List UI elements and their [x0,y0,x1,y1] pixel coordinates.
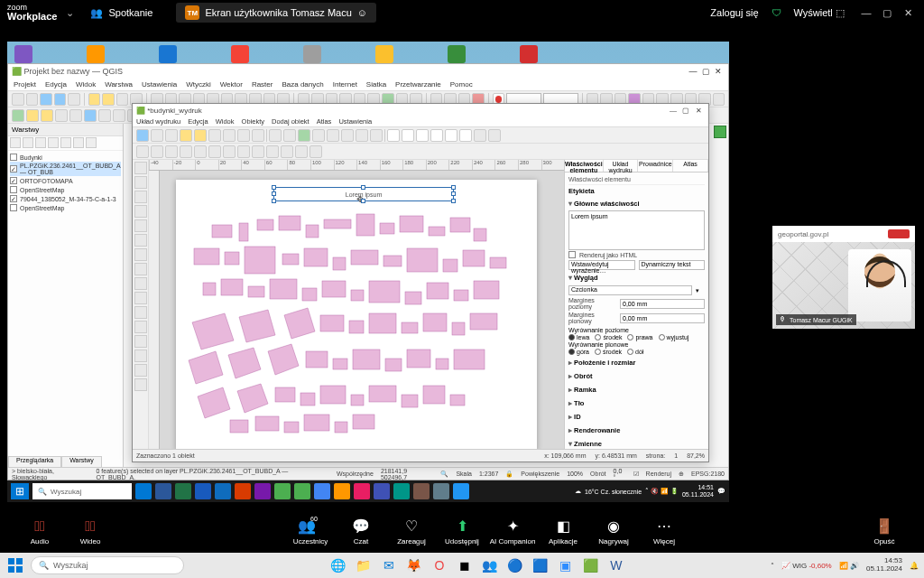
taskbar-search[interactable]: 🔍 Wyszukaj [31,556,184,574]
host-taskbar[interactable]: 🔍 Wyszukaj 🌐 📁 ✉ 🦊 O ◼ 👥 🔵 🟦 ▣ 🟩 W ˄ 📈 W… [0,553,924,578]
video-button[interactable]: 📷⃠Wideo [65,517,116,545]
svg-rect-12 [194,248,219,265]
meeting-button[interactable]: 👥 Spotkanie [90,7,152,19]
svg-rect-26 [248,286,264,297]
qgis-menu-bar[interactable]: ProjektEdycjaWidok WarstwaUstawieniaWtyc… [8,79,728,91]
section-appearance[interactable]: Wygląd [568,271,705,284]
start-button[interactable]: ⊞ [11,483,29,499]
svg-rect-75 [16,566,23,573]
taskbar-search[interactable]: 🔍 Wyszukaj [32,483,132,499]
more-button[interactable]: ⋯Więcej [639,517,689,545]
qgis-icon: 🟩 [12,67,22,76]
apps-button[interactable]: ◧Aplikacje [538,517,588,545]
svg-rect-51 [353,350,380,369]
layer-item: OpenStreetMap [10,203,121,212]
label-text-input[interactable]: Lorem ipsum [568,210,705,250]
shield-icon[interactable]: 🛡 [772,7,781,18]
start-button[interactable] [5,555,25,575]
maximize-icon[interactable]: ▢ [699,67,712,76]
layout-canvas[interactable]: -40-200 204060 80100120 140160180 200220… [149,160,564,449]
notifications-icon[interactable]: 🔔 [910,562,919,570]
halign-radios[interactable]: lewa środek prawa wyjustuj [568,333,705,341]
svg-rect-62 [369,386,396,402]
react-button[interactable]: ♡Zareaguj [386,517,437,545]
layout-toolbar-2[interactable] [133,144,708,160]
maximize-icon[interactable]: ▢ [878,7,896,19]
ai-companion-button[interactable]: ✦AI Companion [487,517,538,545]
layout-menu-bar[interactable]: Układ wydrukuEdycjaWidok ObiektyDodaj ob… [133,117,708,127]
minimize-icon[interactable]: — [857,7,875,18]
remote-taskbar[interactable]: ⊞ 🔍 Wyszukaj ☁16°C Cz. słonecznie ˄ 🔇 📶 … [7,480,729,502]
minimize-icon[interactable]: — [687,67,699,76]
section-main[interactable]: Główne właściwości [568,197,705,210]
view-button[interactable]: Wyświetl ⬚ [794,7,845,19]
svg-rect-17 [333,257,346,270]
svg-rect-43 [423,313,447,331]
svg-rect-68 [284,422,299,433]
panel-tabs[interactable]: PrzeglądarkaWarstwy [8,456,102,467]
close-icon[interactable]: ✕ [899,7,917,19]
svg-rect-70 [335,422,347,433]
app-icon[interactable]: 🟦 [531,555,550,575]
qgis-icon: 🟩 [136,107,145,115]
audio-button[interactable]: 🎤⃠Audio [14,517,65,545]
webcam-tile[interactable]: geoportal.gov.pl 🎙 Tomasz Macur GUGiK [772,226,915,329]
layer-list[interactable]: Budynki PL.PZGiK.236.2461__OT_BUBD_A — O… [8,151,123,214]
word-icon[interactable]: W [606,555,626,575]
margin-v-input[interactable] [620,313,705,323]
leave-button[interactable]: 🚪Opuść [859,517,910,545]
chrome-icon[interactable]: 🔵 [505,555,525,575]
teams-icon[interactable]: 👥 [480,555,500,575]
stock-widget[interactable]: 📈 WIG -0,60% [781,562,832,570]
record-button[interactable]: ◉Nagrywaj [588,517,639,545]
layout-toolbar-1[interactable] [133,127,708,144]
login-link[interactable]: Zaloguj się [710,7,758,18]
ruler-vertical [149,171,160,449]
qgis-title-bar[interactable]: 🟩 Projekt bez nazwy — QGIS — ▢ ✕ [8,64,728,79]
system-tray[interactable]: ☁16°C Cz. słonecznie ˄ 🔇 📶 🔋 14:5105.11.… [575,484,725,498]
dynamic-text-button[interactable]: Dynamiczny tekst [639,260,706,270]
svg-rect-1 [239,223,248,241]
close-icon[interactable]: ✕ [712,67,725,76]
presenter-label: Ekran użytkownika Tomasz Macu [205,7,351,18]
maximize-icon[interactable]: ▢ [679,107,692,115]
font-button[interactable]: Czcionka [568,285,692,295]
zoom-icon[interactable]: ▣ [556,555,576,575]
share-button[interactable]: ⬆Udostępnij [437,517,487,545]
system-tray[interactable]: ˄ 📈 WIG -0,60% 📶 🔊 14:5305.11.2024 🔔 [771,557,919,573]
insert-expression-button[interactable]: Wstaw/edytuj wyrażenie… [568,260,635,270]
locator[interactable]: > bielsko-biała, Słowackiego [12,468,88,480]
explorer-icon[interactable]: 📁 [354,555,374,575]
svg-rect-69 [304,415,329,431]
layers-toolbar[interactable] [8,136,123,151]
margin-h-input[interactable] [620,299,705,309]
minimize-icon[interactable]: — [667,107,679,115]
opera-icon[interactable]: O [430,555,449,575]
svg-rect-10 [450,218,470,232]
svg-marker-56 [198,387,230,418]
firefox-icon[interactable]: 🦊 [404,555,424,575]
layout-tool-palette[interactable] [133,160,149,449]
chat-button[interactable]: 💬Czat [336,517,386,545]
svg-rect-45 [470,313,497,330]
layout-title-bar[interactable]: 🟩 *budynki_wydruk — ▢ ✕ [133,104,708,117]
ruler-horizontal: -40-200 204060 80100120 140160180 200220… [149,160,564,171]
app-icon[interactable]: 🟩 [581,555,601,575]
zoom-controls: 🎤⃠Audio 📷⃠Wideo 👥60Uczestnicy 💬Czat ♡Zar… [0,509,924,553]
svg-rect-35 [474,281,499,299]
workspace-chevron-icon[interactable]: ⌄ [66,7,74,19]
label-item-selected[interactable]: Lorem ipsum ✥ [273,187,454,201]
close-icon[interactable]: ✕ [692,107,705,115]
participants-button[interactable]: 👥60Uczestnicy [285,517,336,545]
app-icon[interactable]: ◼ [455,555,475,575]
valign-radios[interactable]: góra środek dół [568,348,705,356]
layout-page[interactable]: Lorem ipsum ✥ [176,180,537,449]
outlook-icon[interactable]: ✉ [379,555,399,575]
edge-icon[interactable]: 🌐 [328,555,348,575]
props-tabs[interactable]: Właściwości elementu Układ wydruku Prowa… [565,160,708,172]
svg-rect-32 [405,292,421,304]
shared-screen-pill[interactable]: TM Ekran użytkownika Tomasz Macu ☺ [176,3,376,23]
plugin-button[interactable] [714,126,726,138]
layers-header: Warstwy [8,124,123,136]
clock[interactable]: 14:5305.11.2024 [866,557,902,573]
